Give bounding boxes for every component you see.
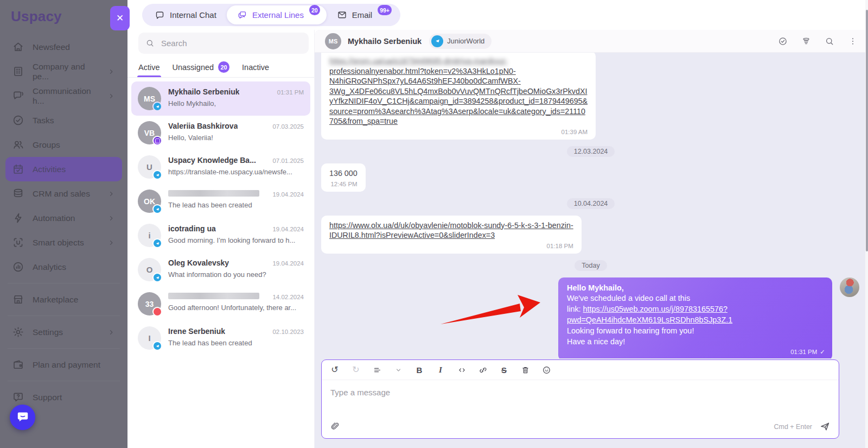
shortcut-hint-label: Cmd + Enter — [774, 423, 812, 431]
message-line: https://prom.ua/ua/p1879449695-dmitriya-… — [329, 56, 588, 66]
sidebar-item-label: Groups — [33, 140, 60, 150]
telegram-badge — [152, 273, 162, 282]
tab-external-lines[interactable]: External Lines20 — [227, 5, 327, 24]
brackets-u-icon — [12, 236, 24, 249]
filter-tab-inactive[interactable]: Inactive — [242, 57, 269, 77]
conversation-item-uspacy-knowledge-ba[interactable]: UUspacy Knowledge Ba...07.01.2025https:/… — [131, 150, 310, 184]
conversation-time: 14.02.2024 — [272, 294, 304, 300]
sidebar-divider — [8, 316, 120, 316]
strikethrough-icon[interactable]: S — [499, 365, 509, 375]
chat-panel: MS Mykhailo Serbeniuk JuniorWorld https:… — [315, 30, 868, 448]
message-line: 136 000 — [329, 168, 358, 179]
search-box[interactable] — [138, 33, 309, 54]
tab-internal-chat[interactable]: Internal Chat — [144, 5, 227, 24]
align-icon[interactable] — [372, 365, 382, 375]
message-link[interactable]: https://us05web.zoom.us/j/89783165576? — [583, 305, 727, 313]
chat-message-area: https://prom.ua/ua/p1879449695-dmitriya-… — [315, 53, 868, 358]
sidebar-item-automation[interactable]: Automation — [5, 206, 122, 230]
conversation-item[interactable]: 3314.02.2024Good afternoon! Unfortunatel… — [131, 287, 310, 321]
conversation-filter-tabs: ActiveUnassigned20Inactive — [127, 57, 314, 78]
filter-tab-label: Unassigned — [173, 63, 214, 72]
sidebar-item-label: Newsfeed — [33, 42, 70, 52]
sidebar-item-marketplace[interactable]: Marketplace — [5, 287, 122, 312]
code-icon[interactable] — [457, 365, 467, 375]
main-area: Internal ChatExternal Lines20Email99+ Ac… — [127, 0, 868, 448]
bold-icon[interactable]: B — [414, 365, 424, 375]
conversation-item-oleg-kovalevsky[interactable]: OOleg Kovalevsky19.04.2024What informati… — [131, 253, 310, 287]
chevron-down-icon[interactable] — [393, 365, 403, 375]
sidebar-item-plan-and-payment[interactable]: Plan and payment — [5, 352, 122, 377]
italic-icon[interactable]: I — [436, 365, 445, 375]
conversation-item-irene-serbeniuk[interactable]: IIrene Serbeniuk02.10.2023The lead has b… — [131, 321, 310, 355]
conversation-preview: The lead has been created — [168, 201, 304, 209]
emoji-icon[interactable] — [541, 365, 551, 375]
send-button[interactable] — [819, 421, 831, 432]
filter-tab-label: Active — [138, 63, 160, 72]
scrollbar-thumb[interactable] — [866, 10, 868, 251]
sidebar-item-settings[interactable]: Settings — [5, 320, 122, 344]
topbar: Internal ChatExternal Lines20Email99+ — [127, 0, 868, 30]
sidebar-item-analytics[interactable]: Analytics — [5, 255, 122, 279]
message-link[interactable]: N4hiGRoGNPhSpx7yL64A6St9hEFJ40bo0dCamfWB… — [329, 77, 521, 85]
sidebar-item-smart-objects[interactable]: Smart objects — [5, 230, 122, 255]
sidebar-item-tasks[interactable]: Tasks — [5, 108, 122, 132]
message-link[interactable]: source=prom%3Asearch%3Atag%3Aserp&locale… — [329, 107, 585, 116]
search-input[interactable] — [160, 38, 302, 48]
sidebar-item-newsfeed[interactable]: Newsfeed — [5, 35, 122, 59]
sidebar-divider — [8, 348, 120, 349]
message-link[interactable]: yYfkzNIDIF4oV_C1CHj&campaign_id=3894258&… — [329, 97, 588, 105]
sidebar-item-groups[interactable]: Groups — [5, 132, 122, 157]
tab-email[interactable]: Email99+ — [327, 5, 398, 24]
database-icon — [12, 187, 24, 200]
message-link[interactable]: https://prom.ua/ua/p1879449695-dmitriya-… — [329, 56, 508, 65]
sidebar-item-label: Plan and payment — [33, 360, 100, 370]
conversation-item-valeriia-bashkirova[interactable]: VBValeriia Bashkirova07.03.2025Hello, Va… — [131, 116, 310, 150]
incoming-message-row: https://www.olx.ua/d/uk/obyavlenie/motob… — [321, 216, 860, 254]
conversation-name: Valeriia Bashkirova — [168, 122, 238, 130]
message-link[interactable]: pwd=QeAH4ihdcMeXM619LsRSDhn8bSJp3Z.1 — [567, 316, 732, 324]
filter-tab-active[interactable]: Active — [138, 57, 160, 77]
chevron-right-icon — [107, 92, 116, 100]
close-icon: ✕ — [116, 12, 124, 24]
sidebar-divider — [8, 381, 120, 381]
undo-icon[interactable]: ↺ — [330, 365, 340, 375]
check-circle-icon[interactable] — [778, 36, 788, 46]
conversation-name: Irene Serbeniuk — [168, 327, 225, 336]
message-composer: ↺↻BIS Type a message Cmd + Enter — [321, 359, 839, 439]
messages-scroll[interactable]: https://prom.ua/ua/p1879449695-dmitriya-… — [321, 53, 860, 358]
conversation-item-icotrading-ua[interactable]: iicotrading ua19.04.2024Good morning. I'… — [131, 218, 310, 253]
search-icon[interactable] — [825, 36, 834, 46]
paperclip-icon[interactable] — [330, 421, 340, 432]
building-icon — [12, 65, 24, 78]
message-input[interactable]: Type a message — [322, 380, 839, 421]
conversation-item[interactable]: OK19.04.2024The lead has been created — [131, 184, 310, 218]
redo-icon[interactable]: ↻ — [351, 365, 361, 375]
sidebar-close-button[interactable]: ✕ — [110, 6, 130, 30]
kebab-icon[interactable] — [848, 36, 858, 46]
avatar: I — [138, 326, 161, 350]
filter-tab-unassigned[interactable]: Unassigned20 — [173, 57, 230, 77]
link-icon[interactable] — [478, 365, 488, 375]
message-line: N4hiGRoGNPhSpx7yL64A6St9hEFJ40bo0dCamfWB… — [329, 76, 588, 86]
support-chat-fab[interactable] — [10, 405, 35, 430]
sidebar-item-company-and-pe[interactable]: Company and pe... — [5, 59, 122, 84]
wallet-icon — [12, 358, 24, 371]
channel-pill: JuniorWorld — [429, 34, 492, 49]
sidebar-item-activities[interactable]: Activities — [5, 157, 122, 181]
gear-icon[interactable] — [762, 422, 770, 431]
conversation-item-mykhailo-serbeniuk[interactable]: MSMykhailo Serbeniuk01:31 PMHello Mykhai… — [131, 81, 310, 116]
envelope-icon — [337, 10, 347, 20]
message-link[interactable]: professionalnyenabor.html?token=v2%3A3Hk… — [329, 67, 516, 75]
message-line: 705&from_spa=true — [329, 116, 588, 127]
conversation-preview: https://translate-me.uspacy.ua/newsfe... — [168, 168, 304, 176]
funnel-icon[interactable] — [801, 36, 811, 46]
message-link[interactable]: 3Wg_X4DFe06cu8VL5hLQ4mxBob0vVuvQMTnQRcfT… — [329, 87, 587, 96]
sidebar-item-communication-h[interactable]: Communication h... — [5, 84, 122, 108]
trash-icon[interactable] — [520, 365, 530, 375]
message-line: We've scheduled a video call at this — [567, 293, 824, 304]
sidebar-item-crm-and-sales[interactable]: CRM and sales — [5, 181, 122, 206]
message-link[interactable]: IDURIL8.html?isPreviewActive=0&sliderInd… — [329, 231, 495, 239]
message-link[interactable]: 705&from_spa=true — [329, 117, 398, 125]
message-link[interactable]: https://www.olx.ua/d/uk/obyavlenie/motob… — [329, 221, 573, 230]
page-scrollbar[interactable] — [865, 0, 868, 448]
